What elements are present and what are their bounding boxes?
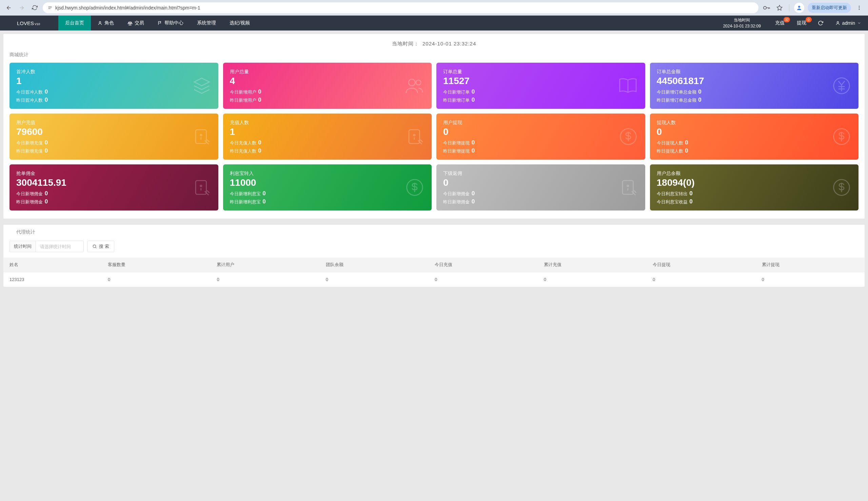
card-title: 订单总金额 (657, 69, 852, 75)
note-icon (193, 178, 211, 196)
agent-panel: 代理统计 统计时间 搜 索 姓名客服数量累计用户团队余额今日充值累计充值今日提现… (3, 225, 865, 287)
url-bar[interactable]: kjsd.hwym.shop/admin/index.html#/admin/i… (43, 2, 759, 13)
card-today: 今日充值人数 0 (230, 139, 425, 146)
card-yesterday: 昨日提现人数 0 (657, 148, 852, 154)
stat-card-7: 提现人数0今日提现人数 0昨日提现人数 0 (650, 114, 859, 160)
svg-point-5 (99, 21, 101, 23)
card-today: 今日新增订单总金额 0 (657, 88, 852, 95)
svg-rect-10 (195, 130, 207, 144)
withdraw-badge: 0 (806, 17, 812, 22)
scale-icon (127, 21, 133, 26)
card-value: 1 (16, 76, 212, 86)
table-header: 客服数量 (102, 258, 211, 272)
nav-refresh-button[interactable] (812, 15, 829, 31)
yen-icon (832, 76, 851, 95)
dollar-icon (619, 127, 638, 146)
svg-rect-12 (409, 130, 420, 144)
dollar-icon (832, 178, 851, 197)
svg-point-8 (416, 80, 421, 85)
user-icon (835, 21, 840, 25)
card-title: 下级返佣 (443, 171, 638, 177)
stat-card-6: 用户提现0今日新增提现 0昨日新增提现 0 (436, 114, 645, 160)
forward-button (17, 3, 27, 12)
time-filter-input[interactable] (36, 241, 83, 252)
agent-table: 姓名客服数量累计用户团队余额今日充值累计充值今日提现累计提现 123123000… (3, 258, 865, 287)
nav-item-5[interactable]: 选妃/视频 (223, 15, 257, 31)
note-icon (620, 178, 638, 196)
site-info-icon (47, 5, 53, 10)
card-value: 0 (443, 126, 638, 137)
layers-icon (193, 77, 211, 95)
card-title: 用户充值 (16, 120, 212, 126)
stat-card-1: 用户总量4今日新增用户 0昨日新增用户 0 (223, 63, 432, 109)
card-yesterday: 昨日新增充值 0 (16, 148, 212, 154)
card-today: 今日新增佣金 0 (16, 190, 212, 197)
stat-card-3: 订单总金额445061817今日新增订单总金额 0昨日新增订单总金额 0 (650, 63, 859, 109)
card-value: 11000 (230, 177, 425, 188)
search-button[interactable]: 搜 索 (87, 241, 114, 252)
note-icon (193, 127, 211, 146)
table-cell: 0 (320, 272, 428, 287)
search-icon (92, 244, 97, 249)
stat-card-11: 用户总余额18094(0)今日利息宝转出 0今日利息宝收益 0 (650, 164, 859, 211)
card-today: 今日新增佣金 0 (443, 190, 638, 197)
nav-item-4[interactable]: 系统管理 (190, 15, 223, 31)
card-yesterday: 昨日新增利息宝 0 (230, 198, 425, 205)
recharge-badge: 32 (784, 17, 790, 22)
svg-point-1 (798, 6, 800, 8)
section-title: 商城统计 (10, 52, 858, 58)
url-text: kjsd.hwym.shop/admin/index.html#/admin/i… (55, 5, 200, 11)
table-header: 今日充值 (428, 258, 537, 272)
card-value: 79600 (16, 126, 212, 137)
stat-card-9: 利息宝转入11000今日新增利息宝 0昨日新增利息宝 0 (223, 164, 432, 211)
nav-recharge[interactable]: 充值 32 (769, 15, 791, 31)
bookmark-star-icon[interactable] (775, 3, 784, 12)
top-nav: LOVESV10 后台首页角色交易帮助中心系统管理选妃/视频 当地时间 2024… (0, 15, 868, 31)
browser-chrome: kjsd.hwym.shop/admin/index.html#/admin/i… (0, 0, 868, 15)
svg-point-6 (837, 21, 839, 23)
card-title: 用户提现 (443, 120, 638, 126)
table-header: 今日提现 (647, 258, 755, 272)
card-today: 今日新增订单 0 (443, 88, 638, 95)
svg-point-17 (200, 185, 202, 187)
card-today: 今日新增提现 0 (443, 139, 638, 146)
card-value: 3004115.91 (16, 177, 212, 188)
card-title: 用户总量 (230, 69, 425, 75)
table-row: 1231230000000 (3, 272, 865, 287)
svg-point-7 (409, 79, 415, 86)
card-value: 18094(0) (657, 177, 852, 188)
table-header: 累计提现 (756, 258, 865, 272)
svg-point-20 (627, 185, 628, 187)
nav-user-menu[interactable]: admin (829, 20, 868, 26)
restart-update-button[interactable]: 重新启动即可更新 (808, 3, 851, 13)
card-yesterday: 昨日新增佣金 0 (443, 198, 638, 205)
back-button[interactable] (4, 3, 13, 12)
table-header: 累计充值 (538, 258, 647, 272)
svg-point-0 (764, 6, 766, 9)
svg-rect-19 (623, 181, 633, 194)
nav-item-0[interactable]: 后台首页 (58, 15, 91, 31)
nav-item-3[interactable]: 帮助中心 (151, 15, 190, 31)
page-time: 当地时间： 2024-10-01 23:32:24 (10, 41, 858, 47)
book-icon (618, 76, 638, 96)
chrome-menu-icon[interactable] (855, 3, 864, 12)
card-today: 今日新增充值 0 (16, 139, 212, 146)
svg-point-3 (859, 7, 860, 8)
flag-icon (158, 21, 162, 25)
profile-avatar[interactable] (794, 3, 804, 13)
card-yesterday: 今日利息宝收益 0 (657, 198, 852, 205)
svg-point-11 (200, 134, 202, 136)
svg-point-22 (93, 245, 96, 247)
nav-item-2[interactable]: 交易 (121, 15, 151, 31)
card-today: 今日新增利息宝 0 (230, 190, 425, 197)
card-title: 订单总量 (443, 69, 638, 75)
nav-withdraw[interactable]: 提现 0 (791, 15, 812, 31)
reload-button[interactable] (30, 3, 39, 12)
password-key-icon[interactable] (762, 3, 771, 12)
card-today: 今日利息宝转出 0 (657, 190, 852, 197)
nav-item-1[interactable]: 角色 (91, 15, 121, 31)
time-filter-label: 统计时间 (10, 241, 36, 252)
stat-card-0: 首冲人数1今日首冲人数 0昨日首冲人数 0 (10, 63, 218, 109)
user-icon (98, 21, 103, 25)
svg-point-2 (859, 6, 860, 7)
